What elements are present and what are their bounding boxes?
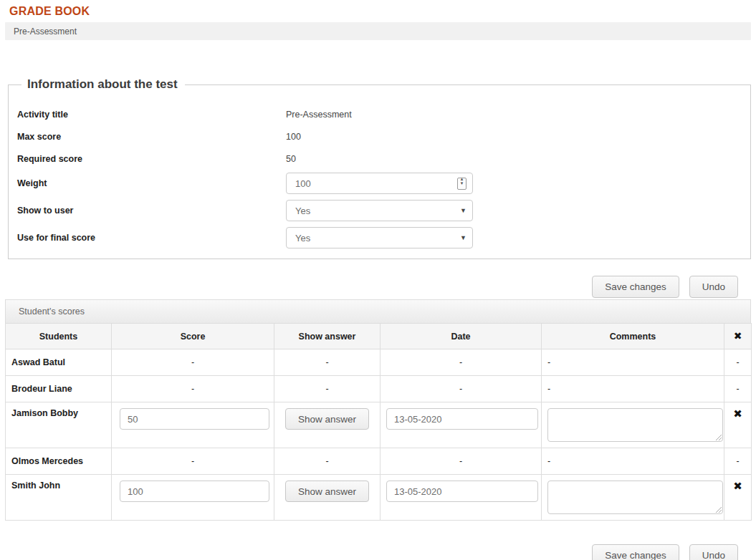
score-value: -: [112, 376, 274, 402]
required-score-label: Required score: [17, 154, 286, 164]
table-row: Brodeur Liane - - - - -: [6, 376, 752, 402]
undo-button[interactable]: Undo: [689, 276, 738, 298]
students-scores-table: Students Score Show answer Date Comments…: [5, 323, 752, 521]
comments-textarea[interactable]: [547, 408, 723, 442]
chevron-down-icon: ▼: [460, 234, 466, 241]
save-changes-button[interactable]: Save changes: [592, 276, 679, 298]
activity-title-label: Activity title: [17, 110, 286, 120]
col-header-remove: ✖: [724, 324, 752, 349]
weight-input-box: ▲▼: [286, 173, 473, 194]
close-icon[interactable]: ✖: [734, 331, 742, 341]
max-score-value: 100: [286, 132, 301, 142]
table-header-row: Students Score Show answer Date Comments…: [6, 324, 752, 349]
comments-textarea[interactable]: [547, 481, 723, 514]
max-score-label: Max score: [17, 132, 286, 142]
students-scores-panel-title: Student's scores: [19, 306, 85, 317]
activity-title-value: Pre-Assessment: [286, 110, 352, 120]
score-input[interactable]: [120, 481, 269, 502]
col-header-date: Date: [381, 324, 542, 349]
top-actions: Save changes Undo: [5, 276, 751, 298]
show-to-user-label: Show to user: [17, 206, 286, 216]
use-for-final-row: Use for final score Yes ▼: [17, 224, 750, 251]
test-info-panel: Information about the test Activity titl…: [8, 77, 751, 259]
required-score-value: 50: [286, 154, 296, 164]
breadcrumb-item: Pre-Assessment: [14, 26, 77, 37]
save-changes-button[interactable]: Save changes: [592, 544, 679, 560]
student-name: Jamison Bobby: [6, 402, 112, 448]
close-icon[interactable]: ✖: [733, 481, 742, 491]
table-row: Olmos Mercedes - - - - -: [6, 448, 752, 475]
col-header-score: Score: [112, 324, 274, 349]
comments-field-wrap: [547, 481, 723, 514]
col-header-comments: Comments: [542, 324, 724, 349]
student-name: Olmos Mercedes: [6, 448, 112, 475]
weight-row: Weight ▲▼: [17, 170, 750, 197]
show-answer-value: -: [274, 349, 381, 376]
comments-field-wrap: [547, 408, 723, 442]
test-info-legend: Information about the test: [21, 77, 185, 92]
number-spinner-icon[interactable]: ▲▼: [457, 178, 466, 190]
date-value: -: [381, 349, 542, 376]
date-value: -: [381, 376, 542, 402]
show-to-user-value: Yes: [295, 206, 460, 216]
score-value: -: [112, 349, 274, 376]
max-score-row: Max score 100: [17, 125, 750, 148]
show-answer-button[interactable]: Show answer: [285, 481, 369, 502]
remove-value: -: [724, 448, 752, 475]
use-for-final-value: Yes: [295, 233, 460, 243]
student-name: Brodeur Liane: [6, 376, 112, 402]
col-header-students: Students: [6, 324, 112, 349]
table-row: Smith John Show answer ✖: [6, 475, 752, 521]
date-value: -: [381, 448, 542, 475]
score-value: -: [112, 448, 274, 475]
close-icon[interactable]: ✖: [733, 408, 742, 419]
show-to-user-select[interactable]: Yes ▼: [286, 200, 473, 221]
show-to-user-row: Show to user Yes ▼: [17, 197, 750, 224]
activity-title-row: Activity title Pre-Assessment: [17, 103, 750, 125]
comments-value: -: [542, 349, 724, 376]
student-name: Smith John: [6, 475, 112, 521]
date-input[interactable]: [386, 481, 538, 502]
score-input[interactable]: [120, 408, 269, 430]
comments-value: -: [542, 376, 724, 402]
undo-button[interactable]: Undo: [689, 544, 738, 560]
bottom-actions: Save changes Undo: [5, 544, 751, 560]
remove-value: -: [724, 376, 752, 402]
students-scores-panel-header: Student's scores: [5, 299, 751, 323]
date-input[interactable]: [386, 408, 538, 430]
breadcrumb: Pre-Assessment: [5, 22, 751, 40]
required-score-row: Required score 50: [17, 148, 750, 170]
show-answer-value: -: [274, 376, 381, 402]
table-row: Aswad Batul - - - - -: [6, 349, 752, 376]
use-for-final-label: Use for final score: [17, 233, 286, 243]
weight-input[interactable]: [295, 178, 457, 189]
comments-value: -: [542, 448, 724, 475]
weight-label: Weight: [17, 178, 286, 188]
show-answer-button[interactable]: Show answer: [285, 408, 369, 430]
show-answer-value: -: [274, 448, 381, 475]
student-name: Aswad Batul: [6, 349, 112, 376]
chevron-down-icon: ▼: [460, 207, 466, 214]
page-title: GRADE BOOK: [5, 4, 751, 22]
use-for-final-select[interactable]: Yes ▼: [286, 227, 473, 248]
col-header-show-answer: Show answer: [274, 324, 381, 349]
remove-value: -: [724, 349, 752, 376]
table-row: Jamison Bobby Show answer ✖: [6, 402, 752, 448]
